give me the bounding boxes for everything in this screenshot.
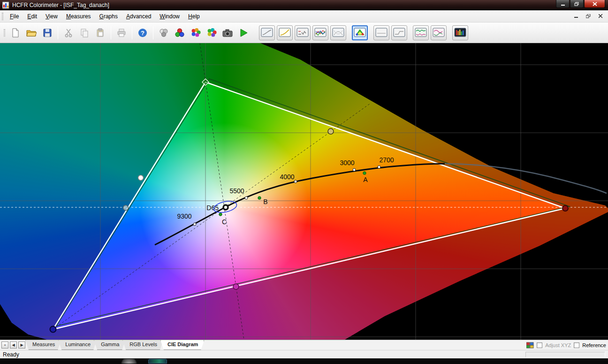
toolbar-separator — [132, 26, 132, 39]
toolbar-grip — [4, 29, 5, 37]
gray-spheres-icon — [159, 28, 169, 38]
tab-scroll-left-button[interactable]: ◀ — [10, 341, 17, 349]
menu-graphs[interactable]: Graphs — [95, 11, 122, 22]
adjust-xyz-checkbox[interactable] — [537, 342, 542, 348]
status-panel — [525, 352, 605, 357]
help-icon: ? — [138, 28, 147, 38]
menu-file[interactable]: File — [6, 11, 23, 22]
measure-grayscale-button[interactable] — [156, 25, 171, 40]
color-temperature-graph-icon — [415, 28, 427, 38]
tab-rgb-levels[interactable]: RGB Levels — [122, 340, 163, 350]
cie-diagram-icon — [354, 28, 366, 38]
open-file-button[interactable] — [24, 25, 39, 40]
windows-taskbar-fragment — [0, 358, 608, 364]
menubar-grip — [2, 13, 3, 20]
tab-gamma[interactable]: Gamma — [94, 340, 125, 350]
magenta-secondary-marker — [233, 284, 239, 289]
minimize-button[interactable] — [556, 0, 570, 8]
paste-icon — [96, 28, 105, 38]
graph-view-levels-button[interactable] — [391, 25, 407, 40]
menu-help[interactable]: Help — [184, 11, 204, 22]
histogram-graph-icon — [332, 28, 344, 38]
paste-button[interactable] — [93, 25, 108, 40]
copy-icon — [80, 28, 89, 38]
graph-view-gamma-button[interactable] — [277, 25, 293, 40]
mdi-restore-icon[interactable] — [585, 13, 592, 20]
restore-button[interactable] — [570, 0, 584, 8]
temp-label-2700: 2700 — [379, 156, 394, 164]
tab-luminance[interactable]: Luminance — [58, 340, 97, 350]
camera-icon — [222, 28, 233, 38]
graph-view-histogram-button[interactable] — [330, 25, 346, 40]
run-measure-button[interactable] — [236, 25, 251, 40]
toolbar-separator — [111, 26, 111, 39]
graph-view-spectrum-button[interactable] — [452, 25, 468, 40]
new-document-icon — [11, 28, 20, 38]
open-folder-icon — [26, 28, 37, 38]
help-button[interactable]: ? — [135, 25, 150, 40]
graph-view-near-white-button[interactable] — [373, 25, 389, 40]
blue-primary-marker — [50, 326, 56, 333]
temp-label-3000: 3000 — [340, 159, 354, 167]
blackbody-locus-curve — [155, 164, 445, 245]
graph-view-color-temperature-button[interactable] — [413, 25, 429, 40]
illuminant-label-c: C — [222, 218, 227, 226]
red-primary-marker — [562, 205, 568, 211]
graph-view-cie-diagram-button[interactable] — [352, 25, 368, 40]
menu-edit[interactable]: Edit — [23, 11, 41, 22]
graph-view-saturation-button[interactable] — [431, 25, 447, 40]
capture-button[interactable] — [220, 25, 235, 40]
copy-button[interactable] — [77, 25, 92, 40]
taskbar-icon-fragment[interactable] — [121, 359, 137, 364]
graph-view-rgb-levels-button[interactable] — [312, 25, 328, 40]
cut-icon — [64, 28, 73, 38]
continuous-spheres-icon — [206, 28, 217, 38]
tab-measures[interactable]: Measures — [25, 340, 61, 350]
cie-diagram-canvas[interactable]: 9300 5500 4000 3000 2700 A B C D65 — [0, 43, 608, 340]
white-point-label: D65 — [206, 204, 219, 212]
illuminant-label-b: B — [263, 198, 267, 205]
menu-advanced[interactable]: Advanced — [122, 11, 155, 22]
graph-view-near-black-button[interactable] — [295, 25, 311, 40]
menu-measures[interactable]: Measures — [62, 11, 95, 22]
menu-window[interactable]: Window — [155, 11, 184, 22]
menu-view[interactable]: View — [41, 11, 62, 22]
statusbar: Ready — [0, 350, 608, 358]
print-button[interactable] — [114, 25, 129, 40]
measure-continuous-button[interactable] — [204, 25, 219, 40]
close-button[interactable] — [584, 0, 605, 8]
measure-secondaries-button[interactable] — [188, 25, 203, 40]
reference-checkbox[interactable] — [574, 342, 579, 348]
rgb-levels-graph-icon — [314, 28, 327, 38]
svg-text:?: ? — [141, 30, 144, 37]
app-window: HCFR Colorimeter - [ISF_Tag_danach] File… — [0, 0, 608, 364]
near-black-graph-icon — [296, 28, 309, 38]
cut-button[interactable] — [61, 25, 76, 40]
tab-close-button[interactable]: × — [1, 341, 8, 349]
temp-label-9300: 9300 — [177, 212, 191, 220]
temp-label-5500: 5500 — [229, 187, 244, 195]
status-text: Ready — [3, 351, 19, 358]
print-icon — [117, 28, 126, 38]
titlebar: HCFR Colorimeter - [ISF_Tag_danach] — [0, 0, 608, 10]
graph-view-luminance-button[interactable] — [259, 25, 275, 40]
adjust-xyz-label: Adjust XYZ — [545, 342, 571, 348]
white-point-marker — [223, 205, 228, 210]
tab-scroll-right-button[interactable]: ▶ — [18, 341, 25, 349]
run-measure-icon — [239, 28, 248, 38]
mdi-close-icon[interactable] — [597, 13, 604, 20]
save-icon — [43, 28, 52, 38]
luminance-graph-icon — [261, 28, 273, 38]
view-tabbar: × ◀ ▶ Measures Luminance Gamma RGB Level… — [0, 340, 608, 350]
reference-label: Reference — [582, 342, 606, 348]
save-button[interactable] — [40, 25, 55, 40]
measure-primaries-button[interactable] — [172, 25, 187, 40]
tab-cie-diagram[interactable]: CIE Diagram — [160, 340, 204, 350]
toolbar-separator — [58, 26, 58, 39]
new-document-button[interactable] — [8, 25, 23, 40]
mdi-minimize-icon[interactable] — [572, 13, 580, 20]
white-measure-marker — [138, 175, 144, 181]
toolbar-separator — [153, 26, 153, 39]
menubar: File Edit View Measures Graphs Advanced … — [0, 10, 608, 23]
taskbar-active-app-fragment[interactable] — [148, 359, 167, 364]
